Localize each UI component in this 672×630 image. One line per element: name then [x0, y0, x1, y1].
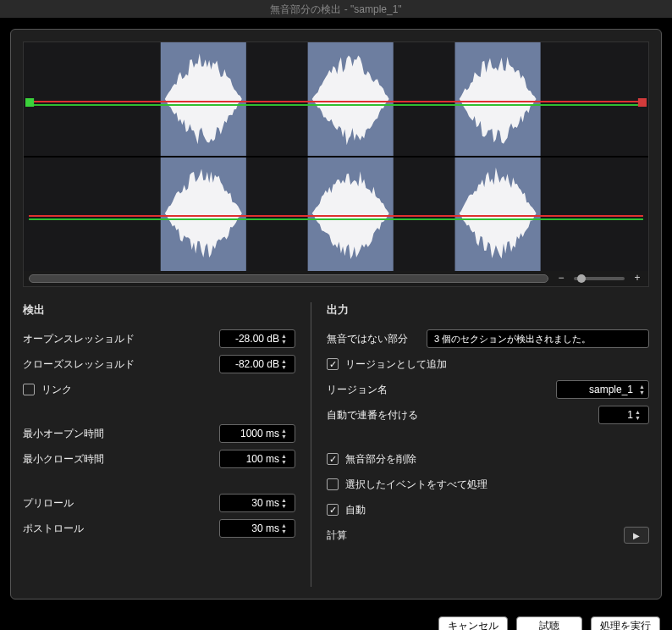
preroll-field[interactable]: 30 ms ▲▼ [219, 494, 295, 512]
chevron-updown-icon: ▲▼ [639, 384, 645, 395]
window-title: 無音部分の検出 - "sample_1" [0, 0, 672, 19]
close-threshold-label: クローズスレッショルド [23, 357, 219, 372]
open-threshold-handle[interactable] [25, 98, 34, 107]
compute-play-button[interactable]: ▶ [624, 527, 649, 544]
process-button[interactable]: 処理を実行 [591, 616, 660, 630]
open-threshold-value: -28.00 dB [235, 333, 279, 345]
stepper-icon[interactable]: ▲▼ [281, 425, 293, 442]
auto-number-value: 1 [627, 409, 633, 421]
region-name-dropdown[interactable]: sample_1 ▲▼ [556, 380, 649, 399]
zoom-out-icon[interactable]: − [555, 273, 567, 285]
close-threshold-value: -82.00 dB [235, 358, 279, 370]
strip-silence-checkbox[interactable] [327, 453, 339, 465]
postroll-field[interactable]: 30 ms ▲▼ [219, 519, 295, 538]
preroll-value: 30 ms [251, 497, 279, 509]
stepper-icon[interactable]: ▲▼ [281, 450, 293, 467]
min-close-value: 100 ms [246, 453, 279, 465]
link-label: リンク [41, 383, 295, 397]
stepper-icon[interactable]: ▲▼ [635, 406, 647, 423]
compute-label: 計算 [327, 528, 624, 543]
min-open-label: 最小オープン時間 [23, 427, 219, 441]
play-icon: ▶ [633, 531, 640, 540]
postroll-value: 30 ms [251, 522, 279, 534]
dialog-body: − + 検出 オープンスレッショルド -28.00 dB ▲▼ クローズスレッシ… [10, 29, 662, 600]
stepper-icon[interactable]: ▲▼ [281, 520, 293, 537]
waveform-scrollbar[interactable] [29, 274, 548, 283]
postroll-label: ポストロール [23, 522, 219, 536]
process-all-label: 選択したイベントをすべて処理 [345, 478, 649, 492]
close-threshold-handle[interactable] [638, 98, 647, 107]
preroll-label: プリロール [23, 496, 219, 511]
nonsilent-label: 無音ではない部分 [327, 332, 427, 346]
waveform-display[interactable]: − + [23, 41, 649, 287]
auto-number-label: 自動で連番を付ける [327, 408, 598, 423]
region-name-value: sample_1 [589, 384, 633, 395]
zoom-slider[interactable] [574, 277, 625, 280]
stepper-icon[interactable]: ▲▼ [281, 330, 293, 347]
output-heading: 出力 [327, 302, 649, 318]
cancel-button[interactable]: キャンセル [438, 616, 508, 630]
link-checkbox[interactable] [23, 384, 35, 395]
stepper-icon[interactable]: ▲▼ [281, 356, 293, 373]
add-as-regions-checkbox[interactable] [327, 358, 339, 370]
zoom-in-icon[interactable]: + [631, 273, 643, 285]
auto-checkbox[interactable] [327, 504, 339, 516]
add-as-regions-label: リージョンとして追加 [345, 357, 649, 372]
open-threshold-field[interactable]: -28.00 dB ▲▼ [219, 329, 295, 348]
open-threshold-label: オープンスレッショルド [23, 332, 219, 346]
min-open-field[interactable]: 1000 ms ▲▼ [219, 424, 295, 443]
strip-silence-label: 無音部分を削除 [345, 452, 649, 467]
min-close-field[interactable]: 100 ms ▲▼ [219, 450, 295, 468]
min-close-label: 最小クローズ時間 [23, 452, 219, 467]
auto-label: 自動 [345, 503, 649, 517]
auto-number-field[interactable]: 1 ▲▼ [598, 406, 649, 424]
region-name-label: リージョン名 [327, 383, 556, 397]
stepper-icon[interactable]: ▲▼ [281, 495, 293, 511]
audition-button[interactable]: 試聴 [516, 616, 582, 630]
min-open-value: 1000 ms [240, 428, 279, 439]
close-threshold-field[interactable]: -82.00 dB ▲▼ [219, 355, 295, 373]
detect-heading: 検出 [23, 302, 295, 318]
detected-status: 3 個のセクションが検出されました。 [427, 329, 649, 348]
dialog-footer: キャンセル 試聴 処理を実行 [0, 610, 672, 630]
process-all-checkbox[interactable] [327, 478, 339, 490]
